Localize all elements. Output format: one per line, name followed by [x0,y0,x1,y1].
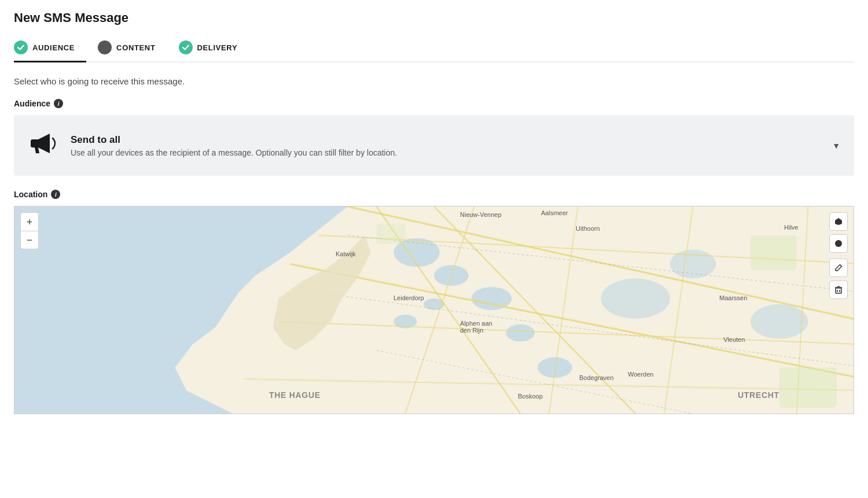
circle-tool-button[interactable] [829,234,848,253]
step-delivery-circle [179,40,193,54]
zoom-out-button[interactable]: − [20,231,39,249]
map-label-the-hague: THE HAGUE [269,390,321,400]
svg-rect-28 [751,235,797,270]
map-label-alphen: Alphen aanden Rijn [460,320,492,334]
audience-dropdown-arrow[interactable]: ▼ [832,141,840,150]
map-label-maarssen: Maarssen [719,294,747,301]
edit-button[interactable] [829,259,848,277]
svg-rect-33 [836,288,841,293]
location-info-icon[interactable]: i [51,190,60,199]
audience-card[interactable]: Send to all Use all your devices as the … [14,115,854,176]
map-container[interactable]: Nieuw-Vennep Aalsmeer Uithoorn Katwijk L… [14,206,854,414]
audience-card-left: Send to all Use all your devices as the … [28,128,397,163]
send-to-all-title: Send to all [71,134,397,146]
delete-button[interactable] [829,281,848,299]
content-area: Select who is going to receive this mess… [0,62,868,414]
svg-rect-29 [779,367,837,408]
map-action-buttons [829,259,848,299]
step-audience[interactable]: AUDIENCE [14,35,86,61]
map-label-vleuten: Vleuten [723,336,745,343]
map-label-aalsmeer: Aalsmeer [541,209,568,216]
svg-point-12 [751,304,808,339]
svg-point-10 [601,278,670,319]
polygon-tool-button[interactable] [829,212,848,231]
subtitle: Select who is going to receive this mess… [14,76,854,86]
map-label-boskoop: Boskoop [518,393,543,400]
step-audience-circle [14,40,28,54]
page-header: New SMS Message AUDIENCE CONTENT [0,0,868,62]
map-label-woerden: Woerden [628,371,653,378]
audience-card-text: Send to all Use all your devices as the … [71,134,397,157]
map-tool-controls [829,212,848,253]
map-label-leiderdorp: Leiderdorp [393,294,424,301]
audience-section-label: Audience i [14,99,854,108]
map-label-utrecht: UTRECHT [738,390,779,400]
zoom-in-button[interactable]: + [20,212,39,231]
map-label-hilve: Hilve [784,224,798,231]
megaphone-icon [28,128,59,163]
map-label-bodegraven: Bodegraven [579,374,613,381]
location-section-label: Location i [14,190,854,199]
map-zoom-controls: + − [20,212,39,249]
step-audience-label: AUDIENCE [32,43,75,52]
svg-point-0 [102,45,107,50]
svg-point-32 [835,240,842,247]
svg-marker-31 [835,218,842,225]
audience-info-icon[interactable]: i [54,99,63,108]
step-content[interactable]: CONTENT [98,35,167,61]
page-title: New SMS Message [14,10,854,25]
step-delivery-label: DELIVERY [197,43,238,52]
svg-rect-30 [377,224,406,244]
map-label-uithoorn: Uithoorn [576,225,600,232]
steps-nav: AUDIENCE CONTENT DELIVERY [14,35,854,62]
map-label-nieuw-vennep: Nieuw-Vennep [460,211,502,218]
map-svg [14,206,854,414]
step-content-label: CONTENT [116,43,155,52]
svg-point-6 [506,324,535,342]
location-section: Location i [14,190,854,414]
step-delivery[interactable]: DELIVERY [179,35,249,61]
step-content-circle [98,40,112,54]
map-label-katwijk: Katwijk [336,250,356,257]
send-to-all-description: Use all your devices as the recipient of… [71,148,397,157]
